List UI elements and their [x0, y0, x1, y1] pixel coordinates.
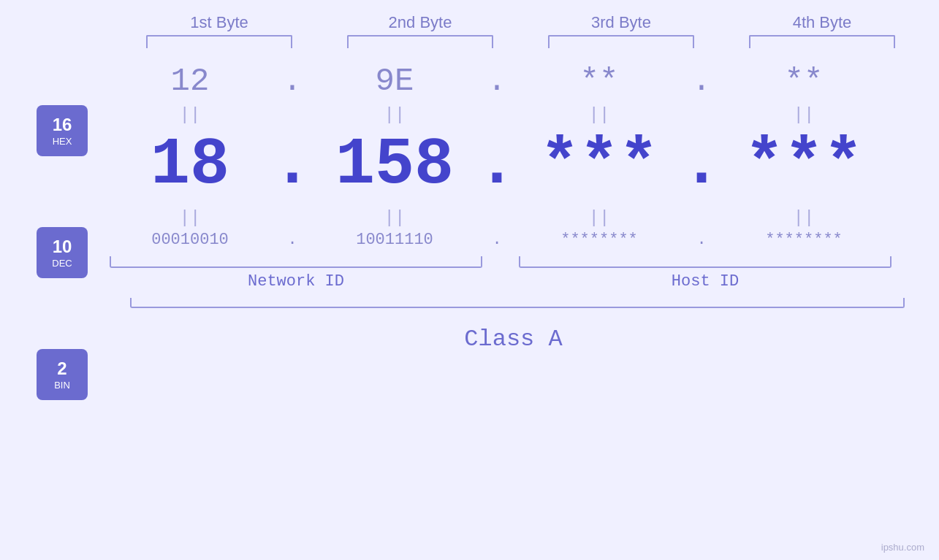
- full-bracket-row: [102, 298, 924, 308]
- byte-labels-row: 1st Byte 2nd Byte 3rd Byte 4th Byte: [119, 13, 923, 32]
- bin-val-2: 10011110: [311, 231, 479, 249]
- byte-label-4: 4th Byte: [749, 13, 895, 32]
- bin-dot-2: .: [479, 231, 515, 249]
- byte-label-2: 2nd Byte: [347, 13, 493, 32]
- bin-val-3: ********: [515, 231, 683, 249]
- dec-row: 18 . 158 . *** . ***: [102, 128, 892, 202]
- dec-val-1: 18: [106, 128, 274, 202]
- badge-dec: 10 DEC: [37, 227, 88, 278]
- top-brackets: [119, 35, 923, 48]
- badge-hex: 16 HEX: [37, 105, 88, 156]
- watermark: ipshu.com: [881, 542, 924, 553]
- hex-val-4: **: [720, 63, 888, 99]
- hex-val-2: 9E: [311, 63, 479, 99]
- hex-val-1: 12: [106, 63, 274, 99]
- dec-dot-3: .: [683, 128, 720, 202]
- hex-val-3: **: [515, 63, 683, 99]
- bin-row: 00010010 . 10011110 . ******** .: [102, 231, 892, 249]
- dec-dot-1: .: [274, 128, 311, 202]
- hex-dot-2: .: [479, 63, 515, 99]
- equals-row: || || || ||: [102, 105, 892, 125]
- hex-row: 12 . 9E . ** . **: [102, 63, 892, 99]
- network-id-label: Network ID: [110, 272, 482, 291]
- full-bottom-bracket: [130, 298, 905, 308]
- badge-bin: 2 BIN: [37, 349, 88, 400]
- byte-label-1: 1st Byte: [146, 13, 292, 32]
- dec-val-4: ***: [720, 128, 888, 202]
- hex-dot-3: .: [683, 63, 720, 99]
- hex-dot-1: .: [274, 63, 311, 99]
- host-id-label: Host ID: [519, 272, 892, 291]
- dec-dot-2: .: [479, 128, 515, 202]
- id-labels: Network ID Host ID: [102, 272, 892, 291]
- bin-dot-3: .: [683, 231, 720, 249]
- dec-val-2: 158: [311, 128, 479, 202]
- data-grid: 12 . 9E . ** . **: [102, 55, 939, 353]
- bin-dot-1: .: [274, 231, 311, 249]
- class-label: Class A: [464, 326, 562, 353]
- bottom-brackets-row: [102, 256, 892, 268]
- host-bracket: [519, 256, 892, 268]
- bin-val-4: ********: [720, 231, 888, 249]
- class-label-row: Class A: [102, 317, 924, 353]
- bracket-3: [548, 35, 694, 48]
- bin-val-1: 00010010: [106, 231, 274, 249]
- network-bracket: [110, 256, 482, 268]
- bracket-4: [749, 35, 895, 48]
- dec-val-3: ***: [515, 128, 683, 202]
- bracket-1: [146, 35, 292, 48]
- badges-column: 16 HEX 10 DEC 2 BIN: [0, 55, 102, 435]
- equals-row-2: || || || ||: [102, 208, 892, 228]
- byte-label-3: 3rd Byte: [548, 13, 694, 32]
- bracket-2: [347, 35, 493, 48]
- main-container: 1st Byte 2nd Byte 3rd Byte 4th Byte 16 H…: [0, 0, 939, 560]
